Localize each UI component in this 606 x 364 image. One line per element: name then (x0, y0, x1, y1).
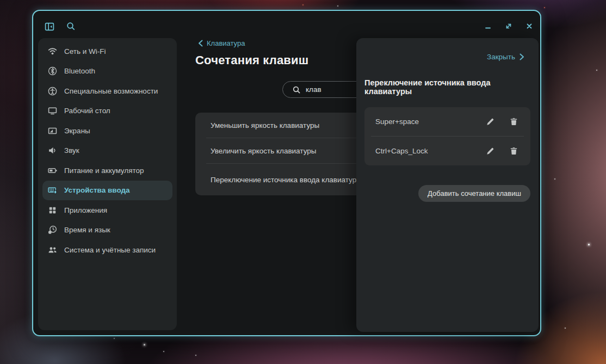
delete-icon[interactable] (509, 117, 518, 126)
back-link-label: Клавиатура (207, 39, 245, 47)
bindings-list: Super+space Ctrl+Caps_Lock (364, 107, 530, 165)
settings-window: Сеть и Wi-Fi Bluetooth Специальные возмо… (32, 10, 541, 336)
back-link-keyboard[interactable]: Клавиатура (198, 39, 245, 47)
search-icon (292, 85, 301, 94)
chevron-right-icon (520, 53, 524, 60)
edit-icon[interactable] (486, 117, 495, 126)
panel-heading: Переключение источника ввода клавиатуры (364, 78, 530, 96)
shortcut-label: Увеличить яркость клавиатуры (211, 147, 316, 155)
binding-keys: Ctrl+Caps_Lock (375, 147, 472, 155)
binding-keys: Super+space (375, 118, 472, 126)
desktop-wallpaper: { "colors": { "accent": "#64b5c9", "wind… (0, 0, 606, 364)
add-binding-button[interactable]: Добавить сочетание клавиш (418, 185, 530, 202)
binding-row: Ctrl+Caps_Lock (364, 137, 530, 165)
page-title: Сочетания клавиш (195, 53, 308, 67)
close-panel-link[interactable]: Закрыть (487, 53, 524, 61)
delete-icon[interactable] (509, 146, 518, 156)
edit-icon[interactable] (486, 146, 495, 156)
binding-detail-panel: Закрыть Переключение источника ввода кла… (356, 38, 539, 332)
shortcut-label: Переключение источника ввода клавиатуры (211, 176, 362, 184)
close-panel-label: Закрыть (487, 53, 515, 61)
shortcut-label: Уменьшить яркость клавиатуры (211, 121, 319, 129)
binding-row: Super+space (364, 107, 530, 136)
chevron-left-icon (198, 40, 203, 47)
